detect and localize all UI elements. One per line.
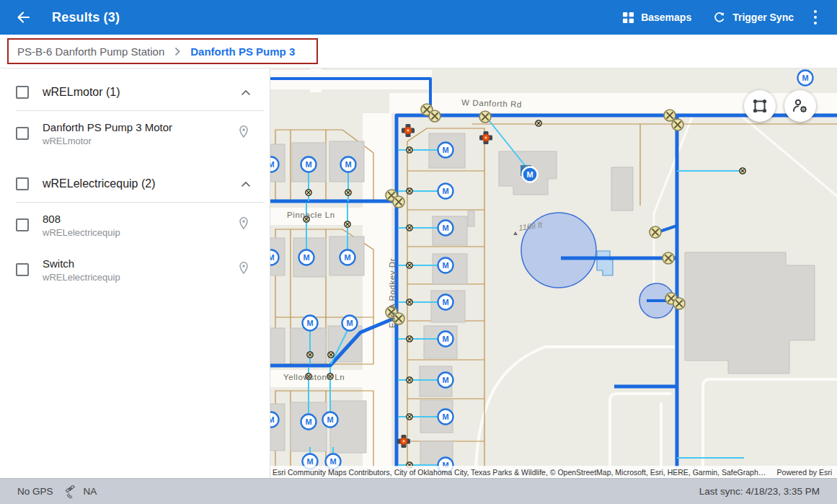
- meter-letter: M: [442, 224, 448, 232]
- building: [468, 211, 474, 226]
- item-subtitle: wRELelectricequip: [43, 227, 120, 238]
- hydrant-dot: [485, 137, 487, 139]
- satellite-accuracy: NA: [84, 486, 97, 497]
- item-subtitle: wRELelectricequip: [43, 272, 120, 283]
- building: [330, 401, 366, 453]
- back-button[interactable]: [10, 4, 36, 30]
- building: [270, 328, 285, 364]
- street-label: Yellowstone Ln: [283, 373, 345, 381]
- item-checkbox[interactable]: [16, 127, 29, 140]
- meter-letter: M: [346, 319, 353, 327]
- map-canvas[interactable]: MMMMMMMMMMMMMMMMMMMMMMMMW Danforth RdPin…: [270, 68, 837, 478]
- meter-letter: M: [270, 415, 275, 424]
- result-group-header-wrelmotor[interactable]: wRELmotor (1): [0, 74, 270, 110]
- meter-letter: M: [344, 253, 350, 262]
- meter-letter: M: [303, 253, 309, 262]
- app-header: Results (3) Basemaps Trigger Sync: [0, 0, 837, 35]
- chevron-right-icon: [174, 47, 180, 56]
- item-title: Danforth PS Pump 3 Motor: [43, 121, 172, 133]
- group-label: wRELmotor (1): [43, 86, 120, 99]
- meter-letter: M: [442, 298, 448, 306]
- meter-letter: M: [306, 457, 313, 466]
- meter-letter: M: [442, 376, 448, 384]
- location-pin-icon[interactable]: [236, 216, 251, 234]
- street: [310, 68, 322, 92]
- item-subtitle: wRELmotor: [43, 136, 172, 146]
- sketch-icon: [751, 97, 769, 115]
- last-sync-label: Last sync: 4/18/23, 3:35 PM: [699, 486, 820, 497]
- group-checkbox[interactable]: [16, 86, 29, 99]
- result-group-header-wrelelectricequip[interactable]: wRELelectricequip (2): [0, 166, 270, 202]
- meter-letter: M: [802, 74, 808, 82]
- meter-letter: M: [305, 160, 311, 169]
- arrow-left-icon: [15, 9, 31, 25]
- meter-letter: M: [305, 417, 311, 426]
- field-maps-app: Results (3) Basemaps Trigger Sync PS-B-6…: [0, 0, 837, 504]
- sketch-select-button[interactable]: [744, 90, 776, 122]
- breadcrumb-parent[interactable]: PS-B-6 Danforth Pump Station: [17, 45, 164, 58]
- breadcrumb-bar: PS-B-6 Danforth Pump Station Danforth PS…: [0, 35, 837, 68]
- meter-letter: M: [345, 160, 351, 169]
- chevron-up-icon[interactable]: [241, 181, 251, 187]
- map-panel[interactable]: MMMMMMMMMMMMMMMMMMMMMMMMW Danforth RdPin…: [270, 68, 837, 478]
- meter-letter: M: [270, 253, 275, 262]
- attribution-text: Esri Community Maps Contributors, City o…: [273, 468, 767, 477]
- group-label: wRELelectricequip (2): [43, 177, 156, 190]
- result-item-808[interactable]: 808 wRELelectricequip: [0, 203, 270, 247]
- item-title: Switch: [43, 257, 120, 270]
- powered-by-esri: Powered by Esri: [777, 468, 832, 477]
- meter-letter: M: [526, 170, 533, 179]
- street: [363, 113, 391, 467]
- grid-icon: [622, 12, 634, 24]
- street-label: Pinnacle Ln: [287, 211, 335, 219]
- item-checkbox[interactable]: [16, 263, 29, 276]
- chevron-up-icon[interactable]: [241, 89, 251, 96]
- group-checkbox[interactable]: [16, 177, 29, 190]
- results-sidebar: wRELmotor (1) Danforth PS Pump 3 Motor w…: [0, 68, 270, 478]
- map-attribution: Esri Community Maps Contributors, City o…: [270, 466, 837, 478]
- meter-letter: M: [327, 415, 333, 424]
- person-gear-icon: [791, 97, 810, 115]
- meter-letter: M: [442, 412, 448, 421]
- trigger-sync-label: Trigger Sync: [732, 12, 794, 23]
- meter-letter: M: [329, 457, 336, 466]
- basemaps-button[interactable]: Basemaps: [615, 7, 699, 28]
- page-title: Results (3): [52, 10, 120, 25]
- meter-letter: M: [306, 319, 313, 327]
- street-label: Earl A Rodkey Dr: [388, 258, 397, 328]
- building: [611, 167, 633, 211]
- my-location-settings-button[interactable]: [784, 90, 816, 122]
- meter-letter: M: [270, 160, 275, 169]
- location-pin-icon[interactable]: [236, 124, 251, 143]
- basemaps-label: Basemaps: [641, 12, 691, 23]
- item-checkbox[interactable]: [16, 218, 29, 231]
- meter-letter: M: [442, 187, 448, 195]
- trigger-sync-button[interactable]: Trigger Sync: [706, 6, 801, 28]
- location-pin-icon[interactable]: [236, 260, 251, 279]
- result-item-switch[interactable]: Switch wRELelectricequip: [0, 247, 270, 292]
- hydrant-dot: [403, 441, 405, 443]
- status-bar: No GPS NA Last sync: 4/18/23, 3:35 PM: [0, 478, 837, 504]
- item-title: 808: [43, 213, 120, 225]
- sync-icon: [713, 11, 726, 24]
- meter-letter: M: [442, 261, 448, 270]
- gps-status: No GPS: [17, 486, 53, 497]
- hydrant-dot: [407, 130, 409, 132]
- overflow-menu-button[interactable]: [805, 4, 825, 30]
- meter-letter: M: [442, 335, 448, 343]
- breadcrumb-current[interactable]: Danforth PS Pump 3: [190, 45, 295, 58]
- satellite-icon: [65, 485, 79, 498]
- breadcrumb-annotation-box: PS-B-6 Danforth Pump Station Danforth PS…: [7, 38, 318, 64]
- result-item-danforth-ps-pump3-motor[interactable]: Danforth PS Pump 3 Motor wRELmotor: [0, 111, 270, 156]
- meter-letter: M: [442, 146, 448, 154]
